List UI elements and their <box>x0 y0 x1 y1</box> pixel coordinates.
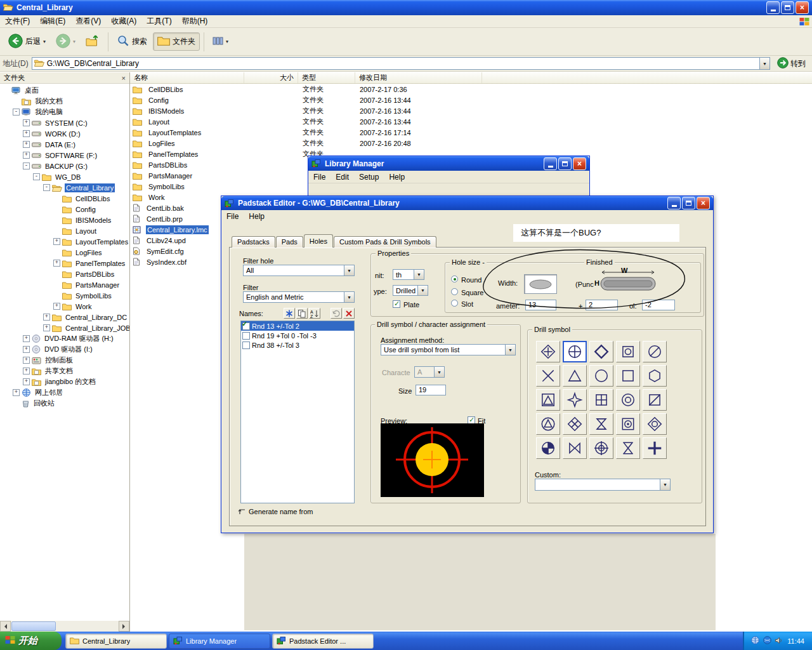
plate-checkbox[interactable] <box>393 300 400 308</box>
explorer-titlebar[interactable]: Central_Library × <box>0 0 812 15</box>
copy-icon[interactable] <box>296 308 308 319</box>
drill-symbol-diamond-circle[interactable] <box>643 413 667 435</box>
tree-item-layouttemplates[interactable]: +LayoutTemplates <box>0 236 129 247</box>
tree-item-central-library-dc[interactable]: +Central_Library_DC <box>0 312 129 322</box>
tree-item-item[interactable]: 回收站 <box>0 398 129 409</box>
drill-symbol-plus-bold[interactable] <box>643 437 667 459</box>
tree-item-ibismodels[interactable]: IBISModels <box>0 215 129 225</box>
tree-item-paneltemplates[interactable]: +PanelTemplates <box>0 258 129 269</box>
tab-custom-pads-drill-symbols[interactable]: Custom Pads & Drill Symbols <box>334 236 436 248</box>
address-input[interactable]: G:\WG_DB\Central_Library ▼ <box>32 57 770 70</box>
column-header-item[interactable]: 类型 <box>298 72 355 83</box>
search-button[interactable]: 搜索 <box>112 31 152 52</box>
tree-item-central-library-job[interactable]: +Central_Library_JOB <box>0 322 129 333</box>
collapse-icon[interactable]: - <box>13 109 20 116</box>
dropdown-arrow-icon[interactable]: ▼ <box>505 345 515 355</box>
restore-button[interactable] <box>781 1 794 14</box>
drill-symbol-diamond-bold[interactable] <box>589 341 613 362</box>
slot-radio[interactable] <box>451 300 458 307</box>
drill-symbol-square-circle-dot[interactable] <box>616 413 640 435</box>
tree-item-item[interactable]: 桌面 <box>0 85 129 96</box>
tab-pads[interactable]: Pads <box>276 236 303 248</box>
filter-dropdown[interactable]: English and Metric ▼ <box>243 291 355 303</box>
close-button[interactable]: × <box>573 157 586 170</box>
column-header-item[interactable]: 名称 <box>130 72 244 83</box>
views-dropdown-icon[interactable]: ▾ <box>226 39 228 44</box>
expand-icon[interactable]: + <box>43 324 50 331</box>
expand-icon[interactable]: + <box>23 357 30 364</box>
tree-item-layout[interactable]: Layout <box>0 225 129 236</box>
taskbar-task-library-manager[interactable]: Library Manager <box>169 633 270 649</box>
tree-item-symbollibs[interactable]: SymbolLibs <box>0 290 129 301</box>
undo-icon[interactable] <box>331 308 342 319</box>
up-button[interactable] <box>81 31 104 52</box>
tab-padstacks[interactable]: Padstacks <box>232 236 275 248</box>
drill-symbol-square-cross[interactable] <box>589 389 613 411</box>
drill-symbol-circle-slash[interactable] <box>643 341 667 362</box>
explorer-menu-a[interactable]: 收藏(A) <box>106 15 141 28</box>
tree-item-partsmanager[interactable]: PartsManager <box>0 279 129 290</box>
expand-icon[interactable]: + <box>53 260 60 267</box>
expand-icon[interactable]: + <box>43 314 50 321</box>
padstack-editor-titlebar[interactable]: Padstack Editor - G:\WG_DB\Central_Libra… <box>221 196 713 210</box>
tree-item-dvd-i[interactable]: +DVD 驱动器 (I:) <box>0 344 129 355</box>
address-dropdown-button[interactable]: ▼ <box>759 58 769 69</box>
tray-messenger-icon[interactable] <box>763 636 771 646</box>
delete-icon[interactable] <box>343 308 355 319</box>
tree-item-software-f[interactable]: +SOFTWARE (F:) <box>0 150 129 161</box>
expand-icon[interactable]: + <box>23 141 30 148</box>
taskbar-task-padstack-editor[interactable]: Padstack Editor ... <box>272 633 374 649</box>
hole-list-item-rnd-38-tol-3[interactable]: Rnd 38 +/-Tol 3 <box>241 340 354 350</box>
file-row-layout[interactable]: Layout文件夹2007-2-16 13:44 <box>130 116 812 127</box>
drill-symbol-diamond-x[interactable] <box>563 413 587 435</box>
expand-icon[interactable]: + <box>23 378 30 385</box>
tree-item-system-c[interactable]: +SYSTEM (C:) <box>0 117 129 128</box>
dropdown-arrow-icon[interactable]: ▼ <box>417 286 428 295</box>
drill-symbol-square[interactable] <box>616 365 640 387</box>
go-button[interactable]: 转到 <box>773 57 809 70</box>
drill-symbol-square-diagonal[interactable] <box>643 389 667 411</box>
size-field[interactable]: 19 <box>416 385 446 395</box>
expand-icon[interactable]: + <box>53 238 60 245</box>
minimize-button[interactable] <box>544 157 557 170</box>
expand-icon[interactable]: + <box>13 389 20 396</box>
new-item-icon[interactable] <box>284 308 295 319</box>
drill-symbol-x-bars[interactable] <box>616 437 640 459</box>
drill-symbol-circle-triangle[interactable] <box>536 413 560 435</box>
hole-names-list[interactable]: Rnd 13 +/-Tol 2Rnd 19 +Tol 0 -Tol -3Rnd … <box>240 321 355 503</box>
maximize-button[interactable] <box>558 157 572 170</box>
drill-symbol-circle-quadrants[interactable] <box>536 437 560 459</box>
expand-icon[interactable]: + <box>23 346 30 353</box>
minus-tol-field[interactable]: -2 <box>642 300 675 310</box>
diameter-field[interactable]: 13 <box>525 300 556 310</box>
explorer-menu-f[interactable]: 文件(F) <box>0 15 35 28</box>
custom-dropdown[interactable]: ▼ <box>535 479 671 491</box>
tree-item-work[interactable]: +Work <box>0 301 129 312</box>
taskbar-task-central-library[interactable]: Central_Library <box>65 633 167 649</box>
collapse-icon[interactable]: - <box>33 173 40 180</box>
sort-icon[interactable]: AZ <box>309 308 320 319</box>
library-manager-menu-file[interactable]: File <box>308 171 331 183</box>
close-button[interactable]: × <box>796 1 809 14</box>
tree-item-celldblibs[interactable]: CellDBLibs <box>0 193 129 204</box>
unit-dropdown[interactable]: th ▼ <box>393 269 424 280</box>
tree-item-partsdblibs[interactable]: PartsDBLibs <box>0 269 129 279</box>
item-checkbox[interactable] <box>242 342 250 349</box>
tree-item-item[interactable]: 我的文档 <box>0 96 129 107</box>
drill-symbol-star4[interactable] <box>563 389 587 411</box>
forward-dropdown-icon[interactable]: ▾ <box>73 39 75 44</box>
collapse-icon[interactable]: - <box>43 184 50 191</box>
tree-item-config[interactable]: Config <box>0 204 129 215</box>
tree-item-item[interactable]: +网上邻居 <box>0 387 129 398</box>
drill-symbol-hourglass-v[interactable] <box>589 413 613 435</box>
file-row-config[interactable]: Config文件夹2007-2-16 13:44 <box>130 95 812 105</box>
item-checkbox[interactable] <box>242 332 250 340</box>
library-manager-titlebar[interactable]: Library Manager × <box>308 156 589 171</box>
hole-list-item-rnd-19-tol-0-tol-3[interactable]: Rnd 19 +Tol 0 -Tol -3 <box>241 331 354 340</box>
drill-symbol-bowtie-h[interactable] <box>563 437 587 459</box>
tray-network-icon[interactable] <box>750 636 760 646</box>
expand-icon[interactable]: + <box>23 368 30 375</box>
padstack-menu-file[interactable]: File <box>221 211 244 222</box>
library-manager-menu-setup[interactable]: Setup <box>354 171 384 183</box>
expand-icon[interactable]: + <box>23 152 30 159</box>
